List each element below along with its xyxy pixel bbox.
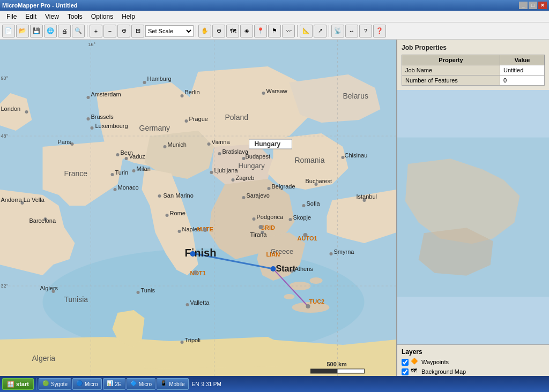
svg-text:Monaco: Monaco	[118, 184, 139, 191]
measure-button[interactable]: 📐	[300, 25, 313, 37]
svg-point-44	[207, 142, 211, 146]
new-button[interactable]: 📄	[2, 25, 15, 37]
svg-rect-125	[311, 369, 338, 373]
svg-text:LIAN: LIAN	[266, 251, 280, 258]
svg-text:Luxembourg: Luxembourg	[95, 123, 128, 129]
svg-point-66	[289, 218, 292, 221]
menu-help[interactable]: Help	[117, 12, 139, 21]
waypoints-label: Waypoints	[421, 359, 449, 365]
menu-options[interactable]: Options	[87, 12, 117, 21]
svg-text:Turin: Turin	[115, 169, 129, 176]
zoom-out-button[interactable]: −	[103, 25, 116, 37]
svg-text:Barcelona: Barcelona	[29, 217, 56, 224]
taskbar-micro[interactable]: 🔵 Micro	[72, 378, 101, 390]
layers-panel: Layers 🔶 Waypoints 🗺 Background Map	[397, 344, 549, 380]
menu-tools[interactable]: Tools	[63, 12, 87, 21]
taskbar-sygote[interactable]: 🟢 Sygote	[39, 378, 71, 390]
job-name-value[interactable]: Untitled	[500, 65, 544, 76]
svg-point-122	[271, 266, 276, 272]
2e-icon: 📊	[107, 380, 114, 388]
svg-text:Bratislava: Bratislava	[222, 148, 249, 155]
select-button[interactable]: ⊕	[212, 25, 225, 37]
scale-select[interactable]: Set Scale	[145, 25, 194, 37]
svg-text:Belarus: Belarus	[343, 92, 368, 100]
taskbar-mobile[interactable]: 📱 Mobile	[157, 378, 188, 390]
svg-text:Athens: Athens	[295, 266, 314, 272]
svg-text:Hamburg: Hamburg	[147, 76, 172, 82]
route-button[interactable]: ↗	[314, 25, 327, 37]
svg-point-68	[268, 187, 271, 190]
waypoint-button[interactable]: 📍	[254, 25, 267, 37]
help-button[interactable]: ?	[359, 25, 372, 37]
menu-edit[interactable]: Edit	[21, 12, 41, 21]
zoom-in-button[interactable]: +	[90, 25, 102, 37]
svg-point-82	[330, 252, 333, 255]
map-button[interactable]: 🗺	[226, 25, 239, 37]
job-properties-table: Property Value Job Name Untitled Number …	[402, 55, 545, 86]
title-bar: MicroMapper Pro - Untitled _ □ ✕	[0, 0, 549, 11]
svg-point-56	[111, 173, 114, 176]
svg-point-123	[190, 251, 196, 257]
open-button[interactable]: 📂	[16, 25, 29, 37]
svg-text:Tunisia: Tunisia	[64, 295, 88, 304]
flag-button[interactable]: ⚑	[268, 25, 281, 37]
arrow-button[interactable]: ↔	[345, 25, 358, 37]
track-button[interactable]: 〰	[282, 25, 295, 37]
svg-text:Romania: Romania	[295, 156, 325, 164]
svg-point-100	[186, 303, 189, 306]
save-button[interactable]: 💾	[30, 25, 43, 37]
svg-text:Belgrade: Belgrade	[272, 183, 295, 190]
menu-view[interactable]: View	[41, 12, 63, 21]
map-area[interactable]: 90° 48° 32° 16° Germany France Poland Ro…	[0, 40, 396, 380]
feature-button[interactable]: ◈	[240, 25, 253, 37]
svg-text:Tunis: Tunis	[141, 287, 155, 293]
start-button[interactable]: 🪟 start	[2, 378, 34, 390]
svg-point-4	[284, 294, 295, 299]
waypoints-checkbox[interactable]	[402, 359, 409, 366]
map-preview	[397, 90, 549, 344]
print-button[interactable]: 🖨	[58, 25, 71, 37]
maximize-button[interactable]: □	[529, 2, 537, 9]
zoom-full-button[interactable]: ⊕	[117, 25, 130, 37]
job-name-label: Job Name	[402, 65, 500, 76]
svg-text:Finish: Finish	[185, 247, 217, 259]
sygote-icon: 🟢	[42, 380, 50, 388]
svg-text:San Marino: San Marino	[164, 192, 194, 199]
svg-text:Munich: Munich	[168, 141, 187, 148]
gps-button[interactable]: 📡	[331, 25, 344, 37]
system-tray: EN 9:31 PM	[192, 381, 221, 387]
svg-text:Prague: Prague	[189, 116, 208, 122]
taskbar-micro2[interactable]: 🔷 Micro	[127, 378, 155, 390]
svg-text:Zagreb: Zagreb	[236, 175, 255, 181]
svg-text:Andorra La Vella: Andorra La Vella	[1, 197, 45, 203]
value-column-header: Value	[500, 55, 544, 65]
background-map-checkbox[interactable]	[402, 368, 409, 375]
help2-button[interactable]: ❓	[373, 25, 386, 37]
svg-text:Warsaw: Warsaw	[266, 88, 287, 94]
svg-point-34	[87, 117, 90, 120]
svg-point-88	[166, 214, 169, 217]
background-map-icon: 🗺	[411, 367, 419, 376]
svg-text:NOT1: NOT1	[190, 270, 206, 276]
zoom-fit-button[interactable]: ⊞	[131, 25, 144, 37]
svg-text:Germany: Germany	[139, 124, 170, 132]
svg-point-58	[132, 169, 136, 172]
taskbar-2e[interactable]: 📊 2E	[103, 378, 125, 390]
zoom-print-button[interactable]: 🔍	[72, 25, 85, 37]
svg-text:90°: 90°	[1, 76, 9, 81]
minimize-button[interactable]: _	[519, 2, 528, 9]
globe-button[interactable]: 🌐	[44, 25, 57, 37]
micro2-icon: 🔷	[130, 380, 138, 388]
svg-text:Tripoli: Tripoli	[185, 337, 201, 343]
close-button[interactable]: ✕	[538, 2, 547, 9]
svg-text:Valletta: Valletta	[190, 299, 210, 306]
svg-text:Hungary: Hungary	[239, 162, 265, 170]
start-icon: 🪟	[7, 381, 14, 387]
lang-indicator: EN	[192, 381, 199, 387]
main-area: 90° 48° 32° 16° Germany France Poland Ro…	[0, 40, 549, 380]
svg-point-70	[232, 178, 235, 182]
pan-button[interactable]: ✋	[198, 25, 211, 37]
menu-file[interactable]: File	[2, 12, 21, 21]
job-properties-panel: Job Properties Property Value Job Name U…	[397, 40, 549, 90]
layers-title: Layers	[402, 348, 545, 356]
